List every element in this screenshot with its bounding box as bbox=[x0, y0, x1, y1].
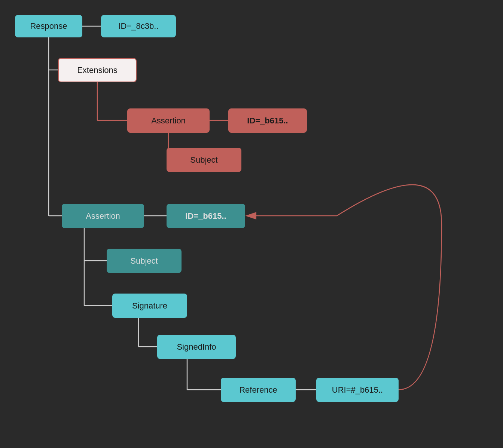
extensions-label: Extensions bbox=[77, 65, 118, 75]
assertion-red-node: Assertion bbox=[127, 108, 210, 133]
uri-label: URI=#_b615.. bbox=[332, 385, 383, 395]
reference-label: Reference bbox=[239, 385, 277, 395]
signature-node: Signature bbox=[112, 294, 187, 318]
response-id-label: ID=_8c3b.. bbox=[118, 21, 158, 31]
assertion-teal-id-node: ID=_b615.. bbox=[167, 204, 245, 228]
signedinfo-label: SignedInfo bbox=[177, 342, 216, 352]
assertion-red-label: Assertion bbox=[151, 116, 186, 126]
assertion-teal-label: Assertion bbox=[86, 211, 120, 221]
subject-teal-label: Subject bbox=[130, 256, 158, 266]
assertion-red-id-label: ID=_b615.. bbox=[247, 116, 288, 126]
uri-node: URI=#_b615.. bbox=[316, 378, 399, 402]
assertion-teal-node: Assertion bbox=[62, 204, 144, 228]
signature-label: Signature bbox=[132, 301, 167, 311]
assertion-teal-id-label: ID=_b615.. bbox=[185, 211, 226, 221]
response-label: Response bbox=[30, 21, 67, 31]
reference-node: Reference bbox=[221, 378, 296, 402]
assertion-red-id-node: ID=_b615.. bbox=[228, 108, 307, 133]
response-id-node: ID=_8c3b.. bbox=[101, 15, 176, 37]
signedinfo-node: SignedInfo bbox=[157, 335, 236, 359]
response-node: Response bbox=[15, 15, 82, 37]
subject-red-node: Subject bbox=[167, 148, 241, 172]
subject-teal-node: Subject bbox=[107, 249, 182, 273]
subject-red-label: Subject bbox=[190, 155, 217, 165]
extensions-node: Extensions bbox=[58, 58, 137, 82]
